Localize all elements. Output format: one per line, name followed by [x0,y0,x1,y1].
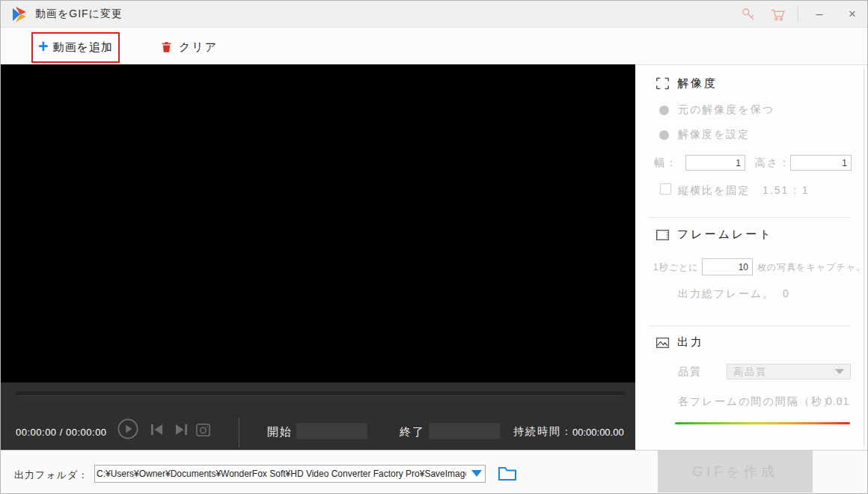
output-image-icon [655,337,670,349]
previous-frame-button[interactable] [148,422,165,437]
previous-frame-icon [150,424,164,436]
settings-sidebar: 解像度 元の解像度を保つ 解像度を設定 幅： 高さ： 縦横比を固定 1.51 :… [635,64,868,450]
folder-icon [498,464,517,482]
player-divider [239,418,239,448]
framerate-icon [655,229,670,241]
player-bar: 00:00:00 / 00:00:00 開始 終 [1,382,635,450]
register-key-button[interactable] [733,1,763,28]
capture-count-input[interactable] [702,258,753,275]
time-current: 00:00:00 [16,427,57,438]
clear-button[interactable]: クリア [160,34,218,60]
capture-suffix-label: 枚の写真をキャプチャ。 [757,261,866,274]
width-label: 幅： [654,156,678,170]
interval-label: 各フレームの間の間隔（秒）： [678,395,847,409]
width-input[interactable] [685,155,745,171]
titlebar-controls: – × [733,1,868,28]
next-frame-icon [174,424,189,436]
framerate-title: フレームレート [677,228,773,242]
quality-dropdown[interactable]: 高品質 [727,364,851,379]
total-frames-value: 0 [783,287,790,299]
section-divider [648,326,850,326]
output-folder-label: 出力フォルダ： [14,469,88,482]
radio-icon [659,130,669,140]
window-title: 動画をGIFに変更 [35,7,123,21]
minimize-button[interactable]: – [803,1,836,28]
start-time-input[interactable] [296,423,367,439]
total-frames-label: 出力総フレーム。 [678,287,774,301]
end-time-input[interactable] [429,423,500,439]
quality-label: 品質 [678,365,702,379]
end-label: 終了 [400,425,425,439]
time-separator: / [60,427,63,438]
chevron-down-icon [835,369,844,374]
height-input[interactable] [790,155,852,171]
keep-original-resolution-option[interactable]: 元の解像度を保つ [659,103,774,117]
lock-aspect-checkbox[interactable] [660,183,671,195]
seek-bar[interactable] [16,391,626,396]
framerate-section-header: フレームレート [655,228,773,242]
output-title: 出力 [677,335,704,350]
purchase-cart-button[interactable] [763,1,793,28]
section-divider [648,217,850,218]
lock-aspect-label: 縦横比を固定 [678,184,750,198]
output-folder-combobox [94,465,486,483]
folder-dropdown-arrow-icon[interactable] [471,470,482,477]
minimize-icon: – [816,7,823,21]
output-section-header: 出力 [655,335,704,350]
play-icon [117,418,139,440]
keep-original-label: 元の解像度を保つ [678,103,774,117]
create-gif-label: GIFを作成 [692,463,777,481]
height-label: 高さ： [755,156,791,170]
plus-icon: + [38,38,48,55]
key-icon [740,6,757,22]
radio-icon [659,106,669,115]
browse-folder-button[interactable] [498,464,519,484]
trash-icon [160,40,173,54]
camera-icon [195,423,211,437]
add-video-button[interactable]: + 動画を追加 [31,32,120,63]
create-gif-button[interactable]: GIFを作成 [658,450,813,493]
titlebar-separator [798,6,798,22]
set-resolution-label: 解像度を設定 [678,128,750,141]
cart-icon [769,5,787,23]
quality-gradient-slider[interactable] [675,422,850,424]
close-icon: × [849,7,856,22]
title-bar: 動画をGIFに変更 – × [1,1,868,28]
resolution-title: 解像度 [677,76,718,91]
quality-value: 高品質 [733,365,835,379]
close-button[interactable]: × [836,1,868,28]
time-total: 00:00:00 [66,427,107,438]
clear-label: クリア [179,40,218,55]
add-video-label: 動画を追加 [53,40,113,55]
resolution-section-header: 解像度 [655,76,718,91]
app-window: 動画をGIFに変更 – × + 動画を追加 [0,0,868,494]
sidebar-scrollbar[interactable] [864,69,865,447]
output-folder-input[interactable] [95,466,468,482]
video-preview [1,64,635,382]
playback-time: 00:00:00 / 00:00:00 [16,427,107,438]
next-frame-button[interactable] [173,422,189,437]
duration-value: 00:00:00.00 [572,427,624,438]
set-resolution-option[interactable]: 解像度を設定 [659,128,750,141]
snapshot-button[interactable] [194,421,212,438]
app-logo-icon [10,5,28,23]
interval-value: 0.01 [826,395,849,407]
capture-prefix-label: 1秒ごとに [653,261,699,274]
play-button[interactable] [116,417,140,441]
aspect-ratio-value: 1.51 : 1 [762,184,810,196]
resolution-icon [655,77,670,90]
toolbar: + 動画を追加 クリア [1,28,868,64]
start-label: 開始 [267,425,293,439]
duration-label: 持続時間： [513,425,573,439]
